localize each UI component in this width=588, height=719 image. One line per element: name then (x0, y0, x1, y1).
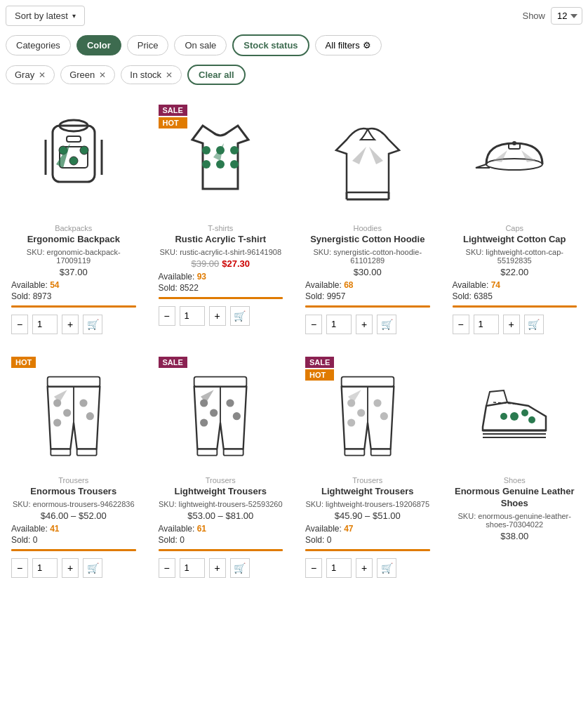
qty-increase-button[interactable]: + (503, 315, 520, 334)
qty-decrease-button[interactable]: − (159, 558, 175, 578)
qty-input[interactable] (326, 558, 352, 578)
svg-point-54 (373, 399, 381, 407)
qty-increase-button[interactable]: + (356, 558, 373, 578)
qty-decrease-button[interactable]: − (159, 306, 175, 326)
hot-badge: HOT (159, 117, 187, 128)
add-to-cart-button[interactable]: 🛒 (230, 558, 250, 578)
filter-price[interactable]: Price (127, 35, 169, 55)
filter-all-filters[interactable]: All filters ⚙ (315, 35, 382, 55)
product-sku: SKU: ergonomic-backpack-17009119 (11, 248, 136, 265)
filter-color[interactable]: Color (76, 35, 121, 55)
product-card: Caps Lightweight Cotton Cap SKU: lightwe… (447, 99, 583, 340)
svg-point-42 (210, 409, 218, 416)
availability-bar (305, 549, 430, 551)
tag-green: Green ✕ (60, 65, 115, 84)
product-price: $45.90 – $51.00 (305, 510, 430, 521)
qty-decrease-button[interactable]: − (453, 315, 469, 334)
product-image (453, 357, 577, 469)
hot-badge: HOT (11, 357, 36, 368)
svg-rect-37 (194, 377, 247, 387)
product-category: Trousers (159, 476, 283, 484)
add-to-cart-button[interactable]: 🛒 (377, 558, 396, 578)
show-select[interactable]: 12 24 48 (551, 7, 582, 25)
product-card: SALE Trousers Lightweight Trousers SKU: … (153, 351, 289, 583)
qty-input[interactable] (32, 315, 58, 334)
svg-rect-49 (345, 449, 364, 455)
product-image (11, 105, 136, 217)
product-price: $46.00 – $52.00 (11, 510, 136, 521)
qty-input[interactable] (180, 558, 205, 578)
qty-decrease-button[interactable]: − (11, 558, 28, 578)
cart-controls: − + 🛒 (453, 315, 577, 334)
product-category: Trousers (11, 476, 136, 484)
product-name: Lightweight Cotton Cap (453, 234, 577, 246)
availability: Available: 47 (305, 524, 430, 534)
add-to-cart-button[interactable]: 🛒 (83, 558, 102, 578)
sale-badge: SALE (305, 357, 334, 368)
product-category: Shoes (453, 476, 577, 484)
svg-rect-50 (370, 449, 390, 455)
sale-badge: SALE (159, 105, 187, 116)
add-to-cart-button[interactable]: 🛒 (230, 306, 250, 326)
product-badges: HOT (11, 357, 36, 368)
product-badges: SALE (159, 357, 187, 368)
product-badges: SALE HOT (159, 105, 187, 128)
sold: Sold: 0 (305, 535, 430, 545)
add-to-cart-button[interactable]: 🛒 (83, 315, 102, 334)
svg-point-53 (347, 418, 355, 426)
tag-green-close[interactable]: ✕ (99, 70, 106, 80)
qty-increase-button[interactable]: + (209, 306, 226, 326)
tag-instock-close[interactable]: ✕ (166, 70, 173, 80)
qty-decrease-button[interactable]: − (305, 315, 322, 334)
svg-rect-47 (341, 377, 394, 387)
product-image: HOT (11, 357, 136, 469)
add-to-cart-button[interactable]: 🛒 (377, 315, 396, 334)
product-image: SALE (159, 357, 283, 469)
svg-point-6 (80, 146, 88, 154)
availability: Available: 41 (11, 524, 136, 534)
cart-controls: − + 🛒 (159, 558, 283, 578)
filter-on-sale[interactable]: On sale (174, 35, 227, 55)
qty-increase-button[interactable]: + (356, 315, 373, 334)
filter-stock-status[interactable]: Stock status (232, 34, 309, 56)
svg-point-10 (202, 146, 211, 154)
svg-rect-8 (67, 136, 81, 142)
tag-gray: Gray ✕ (6, 65, 55, 84)
clear-all-button[interactable]: Clear all (187, 65, 246, 85)
product-sku: SKU: lightweight-cotton-cap-55192835 (453, 248, 577, 265)
svg-point-44 (227, 399, 234, 407)
cart-controls: − + 🛒 (305, 558, 430, 578)
availability-bar (453, 305, 577, 308)
show-label: Show (522, 11, 545, 21)
svg-point-43 (200, 418, 208, 426)
tag-gray-close[interactable]: ✕ (39, 70, 46, 80)
qty-increase-button[interactable]: + (62, 558, 79, 578)
qty-decrease-button[interactable]: − (11, 315, 28, 334)
add-to-cart-button[interactable]: 🛒 (524, 315, 544, 334)
product-name: Enormous Trousers (11, 486, 136, 498)
svg-point-52 (357, 409, 365, 416)
svg-point-14 (216, 160, 225, 169)
qty-input[interactable] (474, 315, 499, 334)
qty-increase-button[interactable]: + (209, 558, 226, 578)
product-name: Lightweight Trousers (305, 486, 430, 498)
product-category: T-shirts (159, 224, 283, 232)
svg-point-62 (500, 413, 507, 420)
product-name: Rustic Acrylic T-shirt (159, 234, 283, 246)
sort-dropdown[interactable]: Sort by latest ▾ (6, 6, 85, 26)
filter-row: Categories Color Price On sale Stock sta… (6, 34, 582, 56)
tag-instock-label: In stock (130, 70, 161, 80)
qty-increase-button[interactable]: + (62, 315, 79, 334)
availability: Available: 61 (159, 524, 283, 534)
sold: Sold: 9957 (305, 291, 430, 301)
filter-categories[interactable]: Categories (6, 35, 71, 55)
svg-marker-25 (493, 150, 507, 162)
filter-icon: ⚙ (363, 40, 371, 51)
cart-controls: − + 🛒 (305, 315, 430, 334)
qty-input[interactable] (180, 306, 205, 326)
product-image (453, 105, 577, 217)
qty-input[interactable] (326, 315, 352, 334)
svg-point-7 (69, 157, 78, 165)
qty-input[interactable] (32, 558, 58, 578)
qty-decrease-button[interactable]: − (305, 558, 322, 578)
